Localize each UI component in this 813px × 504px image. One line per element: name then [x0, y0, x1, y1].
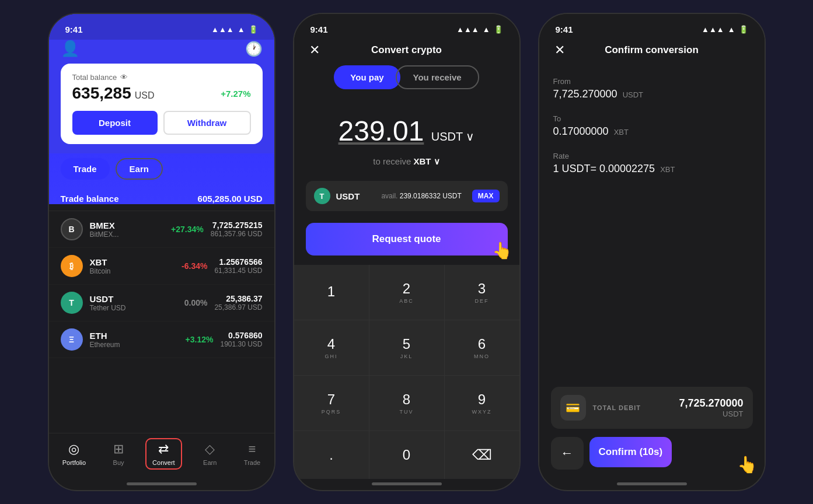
you-receive-tab[interactable]: You receive: [396, 65, 479, 89]
key-9[interactable]: 9WXYZ: [445, 376, 519, 430]
deposit-button[interactable]: Deposit: [72, 111, 158, 135]
xbt-amount: 1.25676566: [214, 257, 262, 267]
nav-buy[interactable]: ⊞ Buy: [107, 439, 130, 468]
status-icons-1: ▲▲▲ ▲ 🔋: [211, 25, 257, 34]
portfolio-nav-label: Portfolio: [62, 459, 86, 466]
xbt-change: -6.34%: [182, 261, 207, 271]
status-icons-3: ▲▲▲ ▲ 🔋: [702, 25, 748, 34]
trade-balance-label: Trade balance: [61, 194, 119, 204]
receive-xbt: XBT ∨: [414, 156, 440, 166]
eth-info: ETH Ethereum: [90, 331, 179, 349]
history-icon[interactable]: 🕐: [245, 41, 263, 57]
confirm-bottom: 💳 TOTAL DEBIT 7,725.270000 USDT ← Confir…: [539, 377, 765, 479]
asset-row-xbt[interactable]: ₿ XBT Bitcoin -6.34% 1.25676566 61,331.4…: [49, 248, 274, 285]
phone-content-1: Trade Earn Trade balance 605,285.00 USD …: [49, 153, 274, 490]
profile-icon[interactable]: 👤: [61, 40, 79, 58]
key-dot[interactable]: .: [294, 431, 369, 479]
confirm-buttons: ← Confirm (10s) 👆: [551, 437, 753, 470]
bmex-usd: 861,357.96 USD: [211, 230, 263, 238]
key-4[interactable]: 4GHI: [294, 320, 369, 375]
confirm-close-button[interactable]: ✕: [551, 41, 568, 59]
from-field: From 7,725.270000 USDT: [553, 77, 751, 100]
convert-modal-header: ✕ Convert crypto: [294, 40, 519, 65]
withdraw-button[interactable]: Withdraw: [163, 111, 251, 135]
status-icons-2: ▲▲▲ ▲ 🔋: [456, 25, 503, 34]
nav-earn[interactable]: ◇ Earn: [197, 439, 222, 468]
portfolio-nav-icon: ◎: [68, 442, 79, 457]
confirm-cursor-hand-icon: 👆: [737, 455, 758, 474]
nav-trade[interactable]: ≡ Trade: [238, 439, 266, 468]
key-backspace[interactable]: ⌫: [445, 431, 519, 479]
eth-change: +3.12%: [186, 335, 214, 344]
home-indicator-2: [372, 482, 442, 485]
total-debit-currency: USDT: [679, 410, 743, 418]
max-button[interactable]: MAX: [472, 190, 500, 202]
eth-name: Ethereum: [90, 341, 179, 349]
trade-balance-amount: 605,285.00 USD: [198, 194, 263, 204]
key-3[interactable]: 3DEF: [445, 265, 519, 320]
bmex-name: BitMEX...: [90, 230, 165, 239]
convert-amount-value: 239.01: [339, 116, 424, 146]
convert-nav-label: Convert: [152, 459, 175, 466]
status-time-1: 9:41: [65, 24, 83, 34]
total-debit-row: 💳 TOTAL DEBIT 7,725.270000 USDT: [551, 387, 753, 429]
key-1[interactable]: 1: [294, 265, 369, 320]
rate-field: Rate 1 USDT= 0.00002275 XBT: [553, 152, 751, 175]
avail-amount: 239.0186332 USDT: [400, 192, 462, 200]
numpad: 1 2ABC 3DEF 4GHI 5JKL 6MNO 7PQRS 8TUV 9W…: [294, 265, 519, 479]
key-7[interactable]: 7PQRS: [294, 376, 369, 430]
close-button[interactable]: ✕: [306, 41, 323, 59]
bottom-nav-1: ◎ Portfolio ⊞ Buy ⇄ Convert ◇ Earn ≡ Tra…: [49, 433, 274, 479]
key-0[interactable]: 0: [369, 431, 444, 479]
bmex-icon: B: [61, 218, 83, 240]
xbt-icon: ₿: [61, 255, 83, 277]
eth-icon: Ξ: [61, 328, 83, 351]
confirm-button[interactable]: Confirm (10s): [589, 437, 672, 467]
receive-label: to receive XBT ∨: [294, 152, 519, 181]
eye-icon: 👁: [120, 73, 128, 82]
earn-nav-icon: ◇: [205, 442, 215, 457]
rate-value: 1 USDT= 0.00002275 XBT: [553, 163, 751, 175]
buy-nav-label: Buy: [113, 459, 124, 466]
debit-info: TOTAL DEBIT: [593, 404, 672, 411]
debit-icon: 💳: [560, 395, 586, 421]
key-8[interactable]: 8TUV: [369, 376, 444, 430]
key-2[interactable]: 2ABC: [369, 265, 444, 320]
key-6[interactable]: 6MNO: [445, 320, 519, 375]
back-button[interactable]: ←: [551, 437, 584, 470]
debit-amount-block: 7,725.270000 USDT: [679, 397, 743, 418]
usdt-coin-icon: T: [314, 188, 330, 204]
from-label: From: [553, 77, 751, 86]
asset-row-bmex[interactable]: B BMEX BitMEX... +27.34% 7,725.275215 86…: [49, 211, 274, 248]
request-quote-button[interactable]: Request quote: [306, 223, 508, 256]
avail-text: avail. 239.0186332 USDT: [381, 192, 461, 200]
asset-row-usdt[interactable]: T USDT Tether USD 0.00% 25,386.37 25,386…: [49, 285, 274, 321]
usdt-usd: 25,386.97 USD: [214, 303, 262, 312]
nav-portfolio[interactable]: ◎ Portfolio: [57, 439, 92, 468]
key-5[interactable]: 5JKL: [369, 320, 444, 375]
status-time-2: 9:41: [310, 24, 328, 34]
trade-nav-label: Trade: [244, 459, 260, 466]
from-currency: USDT: [623, 90, 643, 99]
request-quote-container: Request quote 👆: [306, 223, 508, 256]
confirm-modal-header: ✕ Confirm conversion: [539, 40, 765, 65]
balance-amount: 635,285 USD: [72, 84, 155, 103]
to-currency: XBT: [614, 128, 629, 136]
you-pay-tab[interactable]: You pay: [334, 65, 400, 89]
confirm-button-container: Confirm (10s) 👆: [589, 437, 753, 470]
asset-list: B BMEX BitMEX... +27.34% 7,725.275215 86…: [49, 211, 274, 433]
usdt-change: 0.00%: [184, 298, 208, 307]
asset-row-eth[interactable]: Ξ ETH Ethereum +3.12% 0.576860 1901.30 U…: [49, 321, 274, 358]
nav-convert[interactable]: ⇄ Convert: [145, 438, 182, 470]
home-indicator-1: [127, 482, 197, 485]
convert-title: Convert crypto: [371, 44, 442, 56]
rate-label: Rate: [553, 152, 751, 160]
earn-tab[interactable]: Earn: [116, 158, 163, 180]
trade-tab[interactable]: Trade: [61, 158, 110, 180]
pay-receive-tabs: You pay You receive: [306, 65, 508, 89]
to-label: To: [553, 114, 751, 123]
convert-amount-display: 239.01 USDT ∨: [294, 103, 519, 152]
from-value: 7,725.270000 USDT: [553, 88, 751, 100]
usdt-amount: 25,386.37: [214, 294, 262, 303]
status-time-3: 9:41: [556, 24, 573, 34]
